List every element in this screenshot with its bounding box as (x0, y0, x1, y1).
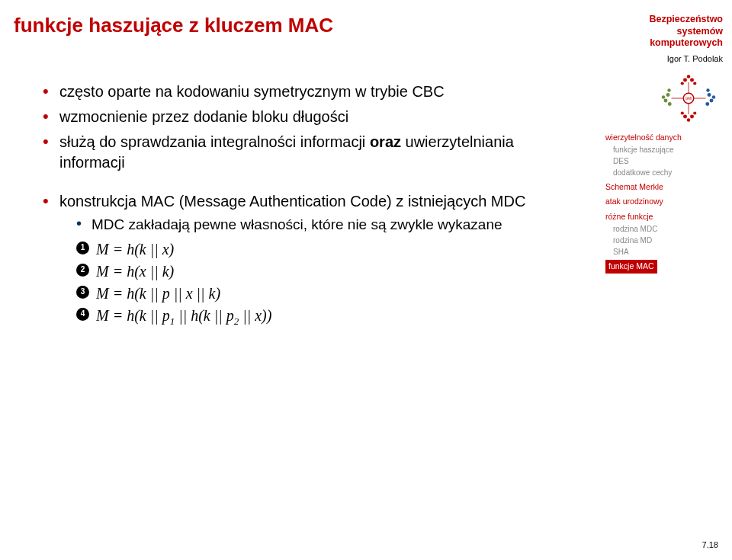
svg-point-8 (668, 102, 672, 106)
svg-point-18 (687, 75, 691, 78)
sidebar: Bezpieczeństwo systemów komputerowych Ig… (596, 0, 732, 560)
page-number: 7.18 (702, 540, 718, 549)
course-title: Bezpieczeństwo systemów komputerowych (605, 14, 723, 50)
logo-icon: GMI (605, 72, 723, 124)
eq-4: 4M = h(k || p1 || h(k || p2 || x)) (76, 306, 578, 328)
toc-subitem[interactable]: funkcje haszujące (613, 144, 723, 155)
toc-subitem[interactable]: SHA (613, 246, 723, 258)
svg-point-14 (712, 95, 716, 99)
bullet-3: służą do sprawdzania integralności infor… (43, 132, 578, 173)
svg-point-24 (681, 111, 684, 114)
svg-point-16 (683, 78, 687, 82)
svg-point-21 (683, 114, 687, 118)
eq-1: 1M = h(k || x) (76, 239, 578, 260)
toc-item[interactable]: wierzytelność danych (605, 132, 723, 144)
svg-point-23 (687, 118, 691, 122)
svg-point-15 (706, 88, 710, 92)
eq-3: 3M = h(k || p || x || k) (76, 283, 578, 304)
toc-item[interactable]: Schemat Merkle (605, 181, 723, 194)
author: Igor T. Podolak (605, 54, 723, 63)
bullet-1: często oparte na kodowaniu symetrycznym … (43, 82, 578, 102)
toc: wierzytelność danych funkcje haszujące D… (605, 132, 723, 274)
svg-text:GMI: GMI (685, 97, 692, 101)
svg-point-22 (690, 114, 694, 118)
svg-point-13 (705, 102, 709, 106)
svg-point-25 (693, 111, 696, 114)
svg-point-20 (693, 82, 696, 85)
svg-point-12 (710, 98, 714, 102)
svg-point-7 (664, 98, 668, 102)
toc-item-active[interactable]: funkcje MAC (605, 260, 657, 274)
svg-point-19 (681, 82, 684, 85)
toc-subitem[interactable]: DES (613, 155, 723, 167)
bullet-4-sub: MDC zakładają pewne własności, które nie… (76, 215, 578, 235)
slide-title: funkcje haszujące z kluczem MAC (14, 14, 578, 37)
toc-subitem[interactable]: dodatkowe cechy (613, 167, 723, 178)
content-body: często oparte na kodowaniu symetrycznym … (43, 82, 578, 328)
svg-point-6 (666, 93, 670, 97)
toc-subitem[interactable]: rodzina MD (613, 235, 723, 246)
eq-2: 2M = h(x || k) (76, 261, 578, 282)
bullet-4: konstrukcja MAC (Message Authentication … (43, 191, 578, 328)
svg-point-17 (690, 78, 694, 82)
bullet-2: wzmocnienie przez dodanie bloku długości (43, 107, 578, 127)
svg-point-9 (662, 95, 666, 99)
toc-item[interactable]: różne funkcje (605, 211, 723, 223)
svg-point-11 (708, 93, 711, 97)
svg-point-10 (667, 88, 671, 92)
toc-item[interactable]: atak urodzinowy (605, 196, 723, 208)
toc-subitem[interactable]: rodzina MDC (613, 223, 723, 235)
